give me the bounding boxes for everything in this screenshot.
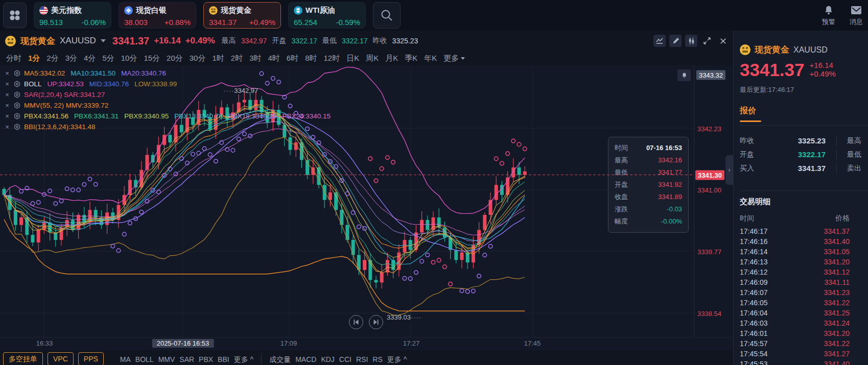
timeframe-tab-5分[interactable]: 5分 [102,54,114,63]
panel-change-pct: +0.49% [810,69,836,78]
ticker-tile[interactable]: 美元指数98.513-0.06% [34,2,111,29]
overlay-indicator-MA[interactable]: MA [120,352,131,363]
timeframe-tab-8时[interactable]: 8时 [305,54,317,63]
header-price: 3341.37 [112,35,149,47]
panel-symbol-name: 现货黄金 [755,44,789,56]
timeframe-tab-1时[interactable]: 1时 [212,54,224,63]
playback-next-button[interactable] [369,315,383,329]
apps-grid-icon [8,9,21,22]
apps-grid-button[interactable] [3,3,27,28]
timeframe-tab-10分[interactable]: 10分 [121,54,137,63]
draw-button[interactable] [669,35,682,47]
trade-row: 17:45:533341.40 [740,360,868,365]
remove-indicator-button[interactable]: × [4,112,10,120]
timeframe-tab-3分[interactable]: 3分 [65,54,77,63]
timeframe-tab-6时[interactable]: 6时 [287,54,298,63]
sub-more-button[interactable]: 更多 ^ [387,352,407,364]
quote-label: 买入 [740,164,769,173]
trade-time: 17:46:17 [740,227,768,237]
timeframe-tab-分时[interactable]: 分时 [6,54,21,63]
overlay-more-button[interactable]: 更多 ^ [234,352,253,364]
overlay-indicator-BBI[interactable]: BBI [218,352,229,363]
timeframe-tab-季K[interactable]: 季K [405,54,417,63]
order-button-PPS[interactable]: PPS [78,352,104,365]
trade-price: 3341.22 [824,299,850,309]
remove-indicator-button[interactable]: × [4,123,10,131]
trade-row: 17:46:133341.20 [740,258,868,268]
indicator-settings-button[interactable] [14,81,20,87]
symbol-dropdown-caret-icon[interactable] [101,39,106,42]
remove-indicator-button[interactable]: × [4,80,10,88]
close-chart-button[interactable] [717,35,729,47]
chevron-down-icon [461,57,465,60]
indicator-settings-button[interactable] [14,124,20,130]
overlay-indicator-BOLL[interactable]: BOLL [135,352,154,363]
timeframe-tab-周K[interactable]: 周K [366,54,379,63]
timeframe-tab-1分[interactable]: 1分 [28,54,40,63]
sub-indicator-CCI[interactable]: CCI [339,352,351,363]
axis-time-label: 17:09 [280,339,297,347]
sub-indicator-RS[interactable]: RS [372,352,382,363]
remove-indicator-button[interactable]: × [4,91,10,99]
order-button-多空挂单[interactable]: 多空挂单 [3,352,43,365]
search-button[interactable] [373,2,401,29]
bottom-toolbar: 多空挂单VPCPPSMABOLLMMVSARPBXBBI更多 ^成交量MACDK… [0,350,733,365]
alerts-button[interactable]: 预警 [822,5,835,27]
ticker-name: 现货黄金 [221,6,251,15]
timeframe-tab-4时[interactable]: 4时 [268,54,280,63]
timeframe-tab-12时[interactable]: 12时 [324,54,340,63]
candle-style-button[interactable] [685,35,697,47]
indicator-value: PBX9:3340.95 [124,112,169,120]
timeframe-tab-15分[interactable]: 15分 [144,54,160,63]
timeframe-tab-年K[interactable]: 年K [424,54,437,63]
ticker-tile[interactable]: 现货白银38.003+0.88% [119,2,196,29]
stat-value: 3325.23 [392,37,418,45]
overlay-indicator-MMV[interactable]: MMV [158,352,175,363]
timeframe-tab-3时[interactable]: 3时 [249,54,261,63]
timeframe-tab-日K[interactable]: 日K [346,54,359,63]
ticker-name: WTI原油 [306,6,335,15]
silver-coin-icon [124,6,133,15]
timeframe-tab-2时[interactable]: 2时 [231,54,243,63]
chart-area[interactable]: ×MA5:3342.02MA10:3341.50MA20:3340.76×BOL… [0,65,733,337]
overlay-indicator-PBX[interactable]: PBX [199,352,213,363]
panel-collapse-handle[interactable]: › [725,155,733,185]
timeframe-tab-30分[interactable]: 30分 [190,54,206,63]
remove-indicator-button[interactable]: × [4,102,10,109]
tooltip-label: 幅度 [615,215,628,228]
trade-price: 3341.40 [824,237,850,248]
indicator-settings-button[interactable] [14,70,20,77]
timeframe-tab-4分[interactable]: 4分 [84,54,96,63]
indicator-value: MA10:3341.50 [71,69,115,77]
timeframe-tab-20分[interactable]: 20分 [167,54,183,63]
trades-header-time: 时间 [740,214,754,223]
timeframe-tab-月K[interactable]: 月K [385,54,398,63]
sub-indicator-KDJ[interactable]: KDJ [321,352,334,363]
line-chart-button[interactable] [653,35,666,47]
indicator-value: PBX13:3340.76 [174,112,223,120]
divider [261,353,262,364]
indicator-row: ×BBI(12,3,6,24):3341.48 [4,122,333,132]
ticker-tile[interactable]: 现货黄金3341.37+0.49% [203,2,281,29]
ticker-value: 65.254 [294,18,317,27]
indicator-settings-button[interactable] [14,91,20,98]
messages-button[interactable]: 消息 [850,5,863,27]
timeframe-more-button[interactable]: 更多 [443,54,465,63]
overlay-indicator-SAR[interactable]: SAR [179,352,194,363]
ticker-tile[interactable]: WTI原油65.254-0.59% [288,2,366,29]
sub-indicator-成交量[interactable]: 成交量 [269,352,291,364]
order-button-VPC[interactable]: VPC [48,352,74,365]
indicator-settings-button[interactable] [14,113,20,119]
chart-alert-button[interactable] [677,69,691,81]
playback-prev-button[interactable] [349,315,363,329]
sub-indicator-MACD[interactable]: MACD [295,352,316,363]
fullscreen-button[interactable] [701,35,713,47]
quote-panel: 现货黄金 XAUUSD 3341.37 +16.14 +0.49% 最后更新:1… [733,31,868,365]
panel-symbol-code: XAUUSD [793,45,828,55]
timeframe-tab-2分[interactable]: 2分 [46,54,58,63]
sub-indicator-RSI[interactable]: RSI [356,352,368,363]
remove-indicator-button[interactable]: × [4,69,10,77]
indicator-settings-button[interactable] [14,102,20,109]
tooltip-value: 3341.89 [658,191,682,203]
tab-quote[interactable]: 报价 [740,106,756,116]
